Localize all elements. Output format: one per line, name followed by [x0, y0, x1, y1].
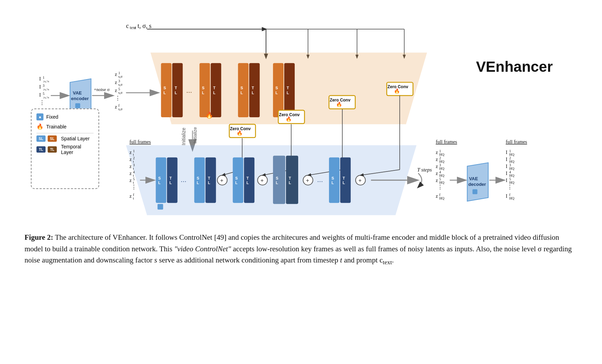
full-frames-output-label: full frames: [436, 139, 457, 145]
fixed-label: Fixed: [46, 114, 58, 120]
svg-rect-113: [233, 158, 243, 203]
svg-text:T: T: [175, 86, 177, 90]
svg-text:decoder: decoder: [468, 182, 486, 187]
svg-text:⋮: ⋮: [437, 184, 443, 190]
svg-text:L: L: [202, 91, 204, 95]
svg-text:L: L: [240, 91, 243, 95]
svg-text:L: L: [343, 181, 345, 185]
svg-text:VAE: VAE: [469, 176, 478, 181]
svg-rect-104: [194, 158, 205, 203]
svg-text:5: 5: [43, 92, 45, 96]
svg-text:L: L: [208, 181, 210, 185]
svg-text:L: L: [287, 91, 289, 95]
svg-text:L: L: [158, 181, 161, 185]
svg-text:Initialize: Initialize: [192, 127, 198, 144]
svg-text:🔥: 🔥: [205, 111, 213, 119]
svg-text:L: L: [169, 181, 172, 185]
svg-text:I: I: [506, 178, 507, 183]
svg-text:z: z: [436, 150, 438, 155]
svg-rect-141: [158, 204, 163, 210]
svg-text:S: S: [202, 86, 204, 90]
svg-text:⋮: ⋮: [39, 100, 45, 106]
svg-text:Initialize: Initialize: [181, 127, 186, 145]
svg-text:T: T: [252, 86, 254, 90]
tl-block-1-bot: [167, 158, 177, 203]
svg-text:, t, σ, s: , t, σ, s: [135, 22, 152, 29]
svg-text:I: I: [506, 150, 507, 155]
svg-text:z: z: [130, 178, 132, 183]
svg-text:L: L: [276, 181, 278, 185]
svg-rect-64: [284, 63, 295, 117]
svg-text:z: z: [436, 178, 438, 183]
temporal-layer-row: TL TL Temporal Layer: [36, 144, 94, 155]
svg-text:🔥: 🔥: [336, 102, 342, 107]
svg-text:T: T: [208, 176, 210, 180]
svg-text:🔥: 🔥: [394, 88, 400, 94]
svg-rect-125: [286, 156, 298, 204]
svg-text:z: z: [130, 150, 132, 155]
svg-text:z: z: [115, 72, 117, 77]
svg-text:T: T: [169, 176, 172, 180]
svg-text:HQ: HQ: [439, 196, 445, 200]
svg-text:L: L: [252, 91, 254, 95]
svg-text:L: L: [213, 91, 216, 95]
ctext-label: c: [126, 22, 129, 29]
temporal-layer-label: Temporal Layer: [61, 144, 94, 155]
svg-rect-135: [340, 158, 351, 203]
full-frames-label-left: full frames: [130, 139, 151, 145]
sl-block-1-bot: [156, 158, 166, 203]
sl-block-1-top: [161, 63, 172, 117]
svg-rect-48: [199, 63, 210, 117]
svg-text:S: S: [163, 86, 166, 90]
t-steps-label: T steps: [417, 167, 432, 173]
svg-text:I: I: [39, 84, 41, 90]
svg-rect-107: [205, 158, 216, 203]
svg-rect-58: [249, 63, 260, 117]
caption-main-text: The architecture of VEnhancer. It follow…: [25, 233, 572, 264]
svg-text:S: S: [275, 86, 278, 90]
svg-text:z: z: [115, 80, 117, 85]
svg-rect-51: [211, 63, 221, 117]
svg-text:z: z: [436, 171, 438, 176]
svg-text:↓s,↑s: ↓s,↑s: [43, 96, 49, 99]
svg-text:⋮: ⋮: [115, 95, 121, 101]
svg-text:T: T: [287, 86, 289, 90]
svg-text:L: L: [197, 181, 199, 185]
sl-orange-badge: SL: [48, 135, 57, 142]
svg-text:s,σ: s,σ: [118, 83, 123, 86]
fixed-legend-row: ■ Fixed: [36, 113, 94, 120]
svg-text:S: S: [235, 176, 238, 180]
svg-text:z: z: [436, 164, 438, 169]
svg-text:t: t: [133, 196, 134, 200]
svg-text:s,σ: s,σ: [118, 75, 123, 78]
trainable-label: Trainable: [46, 124, 67, 130]
svg-text:z: z: [436, 194, 438, 199]
italic-text: "video ControlNet": [174, 245, 231, 253]
svg-text:I: I: [39, 92, 41, 98]
svg-text:VAE: VAE: [73, 90, 82, 96]
sl-blue-badge: SL: [36, 135, 46, 142]
svg-rect-61: [273, 63, 283, 117]
caption-text: Figure 2: The architecture of VEnhancer.…: [25, 232, 577, 267]
svg-text:+noise σ: +noise σ: [94, 87, 110, 92]
svg-text:I: I: [506, 164, 507, 169]
svg-text:T: T: [246, 176, 249, 180]
svg-text:L: L: [235, 181, 238, 185]
svg-text:z: z: [115, 104, 117, 110]
svg-rect-55: [238, 63, 248, 117]
svg-text:↓s,↑s: ↓s,↑s: [43, 88, 49, 91]
svg-text:z: z: [130, 194, 132, 199]
title-text: VEnhancer: [476, 58, 553, 75]
svg-text:+: +: [220, 177, 223, 183]
svg-text:T: T: [213, 86, 216, 90]
svg-text:S: S: [240, 86, 243, 90]
svg-text:+: +: [306, 177, 309, 183]
svg-text:...: ...: [186, 86, 192, 94]
svg-text:+: +: [260, 177, 264, 183]
svg-text:3: 3: [43, 84, 45, 88]
svg-text:S: S: [197, 176, 199, 180]
svg-text:🔥: 🔥: [237, 130, 243, 136]
svg-text:T: T: [289, 176, 291, 180]
full-frames-final-label: full frames: [506, 139, 527, 145]
svg-text:I: I: [506, 171, 507, 176]
